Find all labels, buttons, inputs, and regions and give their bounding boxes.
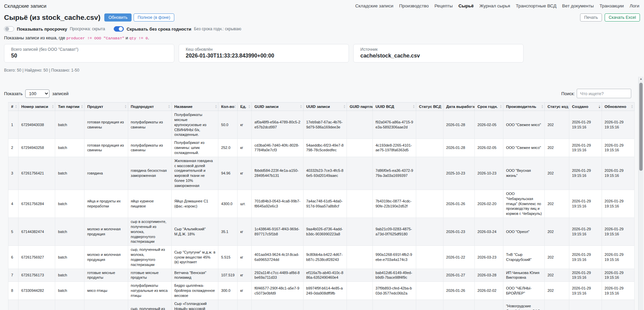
- download-excel-button[interactable]: Скачать Excel: [605, 13, 640, 22]
- table-cell: 94.96: [218, 157, 238, 190]
- page-content: Сырьё (из stock_cache.csv) Обновить Полн…: [0, 13, 644, 310]
- filter-note: Показаны записи из кеша, где producer !=…: [4, 35, 640, 40]
- column-header[interactable]: #▲▼: [8, 103, 19, 111]
- table-cell: [347, 246, 373, 269]
- table-cell: 7b4319bc-0877-4cdc-90fe-22b190e2d52f: [372, 190, 416, 218]
- table-row: 467261756284batchяйца и продукты их пере…: [8, 190, 635, 218]
- sort-arrows-icon: ▲▼: [51, 105, 54, 109]
- table-cell: [347, 190, 373, 218]
- cache-updated-label: Кеш обновлён: [186, 47, 342, 52]
- table-cell: 2026-01-29 19:15:16: [569, 190, 602, 218]
- column-header-label: Тип партии: [58, 105, 79, 109]
- table-cell: batch: [55, 139, 84, 157]
- column-header[interactable]: Статус код▲▼: [545, 103, 569, 111]
- table-cell: 40332b23-7ce3-4fc5-86e5-93d20149aaec: [303, 157, 347, 190]
- nav-item-warehouse[interactable]: Складские записи: [355, 3, 393, 8]
- column-header[interactable]: Срок годн.▲▼: [475, 103, 503, 111]
- hide-no-expiry-label: Скрывать без срока годности: [127, 27, 191, 32]
- table-cell: 300.0: [218, 282, 238, 300]
- column-header[interactable]: Подпродукт▲▼: [128, 103, 171, 111]
- column-header[interactable]: Статус ВСД▲▼: [416, 103, 443, 111]
- column-header[interactable]: Продукт▲▼: [84, 103, 128, 111]
- cache-updated-value: 2026-01-30T11:33:23.843990+00:00: [186, 53, 342, 59]
- column-header[interactable]: GUID записи▲▼: [252, 103, 303, 111]
- sort-arrows-icon: ▲▼: [471, 105, 473, 109]
- table-cell: 2026-01-29 19:15:16: [602, 282, 634, 300]
- page-length-select[interactable]: 100: [25, 89, 49, 98]
- overdue-state-text: Просрочка: скрыта: [70, 27, 105, 31]
- nav-item-transport-vsd[interactable]: Транспортные ВСД: [516, 3, 557, 8]
- show-overdue-toggle[interactable]: [4, 26, 14, 32]
- table-cell: 292a114f-c7cc-4489-af8d-8be69a711d33: [252, 269, 303, 282]
- page-title: Сырьё (из stock_cache.csv): [4, 13, 100, 22]
- show-overdue-label: Показывать просрочку: [17, 27, 67, 32]
- nav-item-raw-journal[interactable]: Журнал сырья: [479, 3, 510, 8]
- table-cell: яйцо куриное пищевое: [128, 190, 171, 218]
- table-cell: batch: [55, 218, 84, 246]
- column-header-label: Обновлено: [605, 105, 626, 109]
- column-header[interactable]: Название▲▼: [171, 103, 218, 111]
- refresh-button[interactable]: Обновить: [104, 13, 132, 22]
- table-cell: cd3ba046-7d40-40fc-8028-7784fa0e7cf3: [252, 139, 303, 157]
- column-header-label: Статус ВСД: [419, 105, 441, 109]
- column-header[interactable]: Кол-во▲▼: [218, 103, 238, 111]
- table-cell: кг: [237, 282, 251, 300]
- sort-arrows-icon: ▲▼: [248, 105, 250, 109]
- table-cell: f92a0476-a86a-4715-9e3a-5892306aae2d: [372, 111, 416, 139]
- table-row: 867330944282batchмясо птицыполуфабрикаты…: [8, 282, 635, 300]
- table-cell: 2026-01-27: [443, 269, 475, 282]
- nav-item-raw-materials[interactable]: Сырьё: [458, 3, 473, 8]
- column-header[interactable]: UUID ВСД▲▼: [372, 103, 416, 111]
- column-header[interactable]: Ед.▲▼: [237, 103, 251, 111]
- table-cell: готовая продукция из свинины: [84, 111, 128, 139]
- vertical-scrollbar[interactable]: ▲: [638, 77, 643, 310]
- nav-item-vet-docs[interactable]: Вет документы: [562, 3, 594, 8]
- nav-item-transactions[interactable]: Транзакции: [600, 3, 624, 8]
- table-cell: 2026-01-29 19:15:16: [569, 282, 602, 300]
- table-cell: Полуфабрикат из свинины: шпик охлажденны…: [171, 139, 218, 157]
- table-cell: 37f9b893-cfed-42ba-b03d-3577edc06b2a: [372, 282, 416, 300]
- nav-item-recipes[interactable]: Рецепты: [434, 3, 453, 8]
- table-cell: 5.515: [218, 246, 238, 269]
- column-header[interactable]: GUID партии▲▼: [347, 103, 373, 111]
- table-cell: кг: [237, 218, 251, 246]
- table-cell: f6f46577-290f-48c1-a5e7-9c5073e0bfd9: [252, 282, 303, 300]
- table-cell: [347, 157, 373, 190]
- column-header-label: GUID записи: [254, 105, 278, 109]
- scrollbar-thumb[interactable]: [639, 83, 643, 171]
- nav-item-production[interactable]: Производство: [399, 3, 429, 8]
- search-input[interactable]: [577, 89, 631, 98]
- page-length-control: Показать 100 записей: [4, 89, 69, 98]
- column-header-label: Название: [174, 105, 192, 109]
- table-row: 667261756927batchмолоко и молочная проду…: [8, 246, 635, 269]
- scroll-up-arrow-icon[interactable]: ▲: [639, 77, 643, 80]
- column-header-label: Статус код: [547, 105, 568, 109]
- nav-item-logs[interactable]: Логи: [630, 3, 639, 8]
- table-cell: яйца и продукты их переработки: [84, 190, 128, 218]
- column-header[interactable]: Тип партии▲▼: [55, 103, 84, 111]
- table-cell: [416, 111, 443, 139]
- column-header-label: Кол-во: [221, 105, 234, 109]
- table-cell: 4c193de8-2265-4101-ae75-1978fa6363d5: [372, 139, 416, 157]
- table-cell: полуфабрикаты из свинины: [128, 139, 171, 157]
- column-header[interactable]: Обновлено▲▼: [602, 103, 634, 111]
- print-button[interactable]: Печать: [580, 13, 602, 22]
- full-background-button[interactable]: Полное (в фоне): [134, 13, 174, 22]
- column-header[interactable]: Производитель▲▼: [503, 103, 544, 111]
- sort-arrows-icon: ▲▼: [343, 105, 346, 109]
- table-cell: 7d86f0e5-ea36-4372-979a-3a03a1699397: [372, 157, 416, 190]
- source-value: cache/stock_cache.csv: [360, 53, 516, 59]
- table-cell: ООО "Чебаркульская птица" (Комплекс по п…: [503, 190, 544, 218]
- table-cell: ТнВ "Сыр Стародубский": [503, 246, 544, 269]
- column-header-label: Продукт: [87, 105, 103, 109]
- table-cell: 107.519: [218, 269, 238, 282]
- table-cell: e937ff4d-94db-46ff-95b3-f6f4025b2871: [303, 300, 347, 310]
- hide-no-expiry-toggle[interactable]: [114, 26, 124, 32]
- table-cell: Полуфабрикаты мясные крупнокусковые из С…: [171, 111, 218, 139]
- column-header[interactable]: Создано▲▼: [569, 103, 602, 111]
- table-cell: мясо птицы: [84, 282, 128, 300]
- table-cell: 17eb9ab7-67ac-4b76-9d79-586a169dee3e: [303, 111, 347, 139]
- column-header[interactable]: UUID записи▲▼: [303, 103, 347, 111]
- column-header[interactable]: Номер записи▲▼: [19, 103, 55, 111]
- column-header[interactable]: Дата выработки▲▼: [443, 103, 475, 111]
